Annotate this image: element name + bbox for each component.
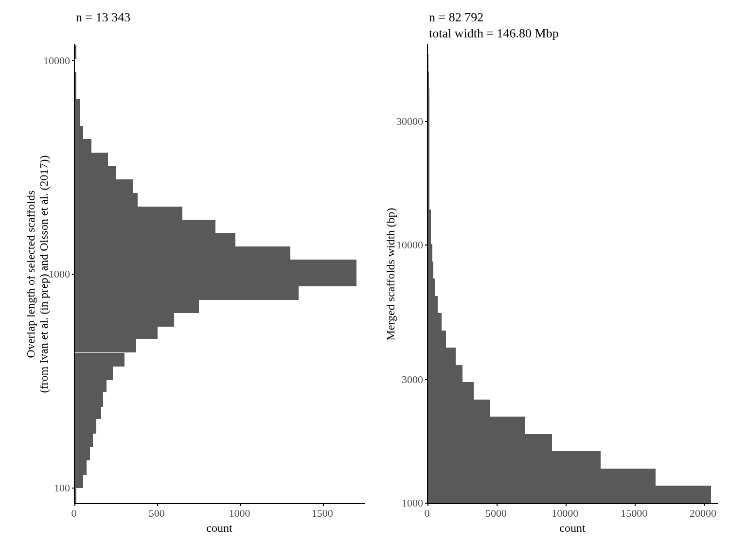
x-tick-label: 15000 [621,507,647,520]
right-title-line-1: n = 82 792 [429,10,718,26]
histogram-bar [75,166,116,179]
right-panel-title: n = 82 792 total width = 146.80 Mbp [382,10,718,44]
x-tick-label: 5000 [485,507,507,520]
histogram-bar [75,179,133,193]
histogram-bar [428,262,433,279]
histogram-bar [75,207,182,220]
left-ylabel-line-1: Overlap length of selected scaffolds [24,190,37,358]
histogram-bar [75,139,91,153]
left-below: 050010001500 count [29,504,365,535]
histogram-bar [75,392,103,406]
x-tick-label: 0 [425,507,430,520]
histogram-bar [428,227,431,244]
histogram-bar [75,260,356,274]
histogram-bar [75,193,138,206]
histogram-bar [428,434,552,451]
right-ylabel: Merged scaffolds width (bp) [384,208,397,340]
histogram-bar [428,279,435,296]
right-title-line-2: total width = 146.80 Mbp [429,26,718,42]
histogram-bar [428,106,429,123]
histogram-bar [75,99,80,113]
histogram-bar [428,313,442,331]
histogram-bar [75,112,80,126]
left-xlabel: count [74,522,365,535]
y-tick-label: 1000 [402,497,423,509]
left-xtick-row: 050010001500 [74,504,365,521]
histogram-bar [75,367,113,380]
left-panel-title: n = 13 343 [29,10,365,44]
y-tick-label: 1000 [49,268,70,280]
histogram-bar [75,313,174,327]
histogram-bar [428,400,490,417]
histogram-bar [75,45,76,58]
y-tick-label: 3000 [402,373,423,386]
histogram-bar [75,86,76,99]
histogram-bar [428,123,429,140]
histogram-bar [75,447,90,460]
histogram-bar [75,126,83,140]
histogram-bar [428,348,456,365]
right-plot-area [427,44,718,504]
x-tick-label: 500 [149,507,165,520]
right-plot-row: Merged scaffolds width (bp) 100030001000… [382,44,718,504]
left-ytick-column: 100100010000 [46,44,74,504]
histogram-bar [428,192,429,210]
left-plot-box [74,44,365,504]
right-plot-box [427,44,718,504]
histogram-bar [428,469,656,486]
histogram-bar [75,233,235,246]
left-plot-row: Overlap length of selected scaffolds (fr… [29,44,365,504]
histogram-bar [75,339,136,353]
histogram-bar [75,220,215,233]
right-below: 05000100001500020000 count [382,504,718,535]
histogram-bar [428,331,446,348]
histogram-bar [428,175,429,192]
right-ylabel-wrap: Merged scaffolds width (bp) [382,44,399,504]
right-xtick-row: 05000100001500020000 [427,504,718,521]
x-tick-label: 10000 [551,507,578,520]
histogram-bar [75,460,87,475]
left-ylabel-wrap: Overlap length of selected scaffolds (fr… [29,44,46,504]
histogram-bar [428,365,462,383]
right-panel: n = 82 792 total width = 146.80 Mbp Merg… [382,10,718,535]
histogram-bar [428,54,428,71]
histogram-bar [428,486,711,503]
histogram-bar [428,296,438,313]
x-tick-label: 1500 [312,507,333,520]
histogram-bar [428,417,525,434]
y-tick-label: 30000 [396,115,423,128]
left-title-line-1: n = 13 343 [76,10,365,26]
histogram-bar [75,327,158,339]
histogram-bar [75,246,290,260]
chart-panels: n = 13 343 Overlap length of selected sc… [29,10,718,535]
right-ytick-column: 100030001000030000 [399,44,427,504]
histogram-bar [75,72,76,86]
histogram-bar [75,419,96,433]
histogram-bar [75,475,83,488]
histogram-bar [428,382,474,400]
histogram-bar [75,300,199,313]
y-tick-label: 10000 [396,239,423,251]
histogram-bar [428,451,601,469]
y-tick-label: 10000 [43,54,70,67]
histogram-bar [75,286,299,300]
histogram-bar [428,71,429,89]
histogram-bar [75,434,93,448]
x-tick-label: 0 [71,507,77,520]
histogram-bar [428,88,429,106]
histogram-bar [75,274,356,286]
y-tick-label: 100 [54,482,70,494]
left-plot-area [74,44,365,504]
x-tick-label: 20000 [690,507,716,520]
histogram-bar [428,210,431,227]
right-xlabel: count [427,522,718,535]
histogram-bar [75,380,107,392]
histogram-bar [428,140,429,158]
histogram-bar [75,353,124,367]
histogram-bar [428,244,432,262]
x-tick-label: 1000 [229,507,250,520]
histogram-bar [75,153,108,166]
histogram-bar [75,407,101,419]
histogram-bar [428,158,429,175]
left-panel: n = 13 343 Overlap length of selected sc… [29,10,365,535]
